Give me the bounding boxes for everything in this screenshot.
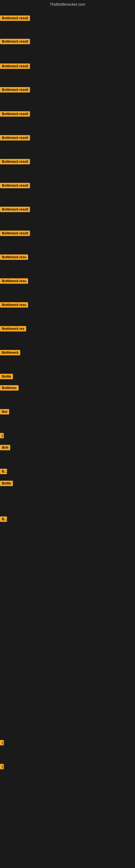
bottleneck-badge: Bottleneck result	[0, 16, 30, 21]
bottleneck-badge: Bott	[0, 445, 10, 450]
bottleneck-badge-row-19: |	[0, 433, 4, 439]
bottleneck-badge: |	[0, 433, 4, 438]
bottleneck-badge: Bot	[0, 409, 9, 414]
bottleneck-badge-row-15: Bottleneck	[0, 350, 20, 356]
bottleneck-badge: |	[0, 764, 4, 769]
bottleneck-badge-row-10: Bottleneck result	[0, 230, 30, 237]
bottleneck-badge-row-23: Bo	[0, 517, 7, 523]
bottleneck-badge: Bottleneck resu	[0, 278, 28, 284]
bottleneck-badge-row-12: Bottleneck resu	[0, 278, 28, 285]
bottleneck-badge: Bottleneck result	[0, 230, 30, 236]
bottleneck-badge: Bottle	[0, 374, 13, 379]
bottleneck-badge-row-22: Bottle	[0, 480, 13, 487]
bottleneck-badge: Bottlenec	[0, 385, 18, 391]
bottleneck-badge-row-8: Bottleneck result	[0, 183, 30, 189]
bottleneck-badge: Bottleneck result	[0, 63, 30, 69]
bottleneck-badge: Bottle	[0, 480, 13, 486]
bottleneck-badge: Bottleneck result	[0, 87, 30, 93]
bottleneck-badge: Bottleneck resu	[0, 254, 28, 260]
bottleneck-badge: Bottleneck	[0, 350, 20, 355]
bottleneck-badge: Bottleneck resu	[0, 302, 28, 308]
bottleneck-badge-row-16: Bottle	[0, 374, 13, 380]
bottleneck-badge-row-13: Bottleneck resu	[0, 302, 28, 309]
bottleneck-badge-row-17: Bottlenec	[0, 385, 18, 392]
bottleneck-badge-row-2: Bottleneck result	[0, 39, 30, 45]
bottleneck-badge: Bo	[0, 517, 7, 522]
bottleneck-badge: |	[0, 740, 4, 745]
bottleneck-badge-row-11: Bottleneck resu	[0, 254, 28, 261]
bottleneck-badge-row-21: Bo	[0, 469, 7, 475]
bottleneck-badge: Bottleneck result	[0, 159, 30, 164]
bottleneck-badge-row-3: Bottleneck result	[0, 63, 30, 70]
bottleneck-badge-row-5: Bottleneck result	[0, 111, 30, 118]
bottleneck-badge-row-14: Bottleneck res	[0, 326, 26, 333]
bottleneck-badge: Bottleneck result	[0, 207, 30, 212]
bottleneck-badge: Bottleneck result	[0, 39, 30, 44]
bottleneck-badge-row-20: Bott	[0, 445, 10, 452]
bottleneck-badge: Bo	[0, 469, 7, 474]
bottleneck-badge-row-4: Bottleneck result	[0, 87, 30, 94]
bottleneck-badge: Bottleneck result	[0, 183, 30, 188]
bottleneck-badge-row-18: Bot	[0, 409, 9, 415]
bottleneck-badge-row-24: |	[0, 740, 4, 746]
bottleneck-badge: Bottleneck res	[0, 326, 26, 332]
bottleneck-badge-row-25: |	[0, 764, 4, 770]
bottleneck-badge-row-1: Bottleneck result	[0, 16, 30, 22]
site-title: TheBottlenecker.com	[0, 0, 135, 8]
bottleneck-badge-row-6: Bottleneck result	[0, 135, 30, 142]
bottleneck-badge: Bottleneck result	[0, 111, 30, 117]
bottleneck-badge-row-9: Bottleneck result	[0, 207, 30, 213]
bottleneck-badge-row-7: Bottleneck result	[0, 159, 30, 165]
bottleneck-badge: Bottleneck result	[0, 135, 30, 141]
